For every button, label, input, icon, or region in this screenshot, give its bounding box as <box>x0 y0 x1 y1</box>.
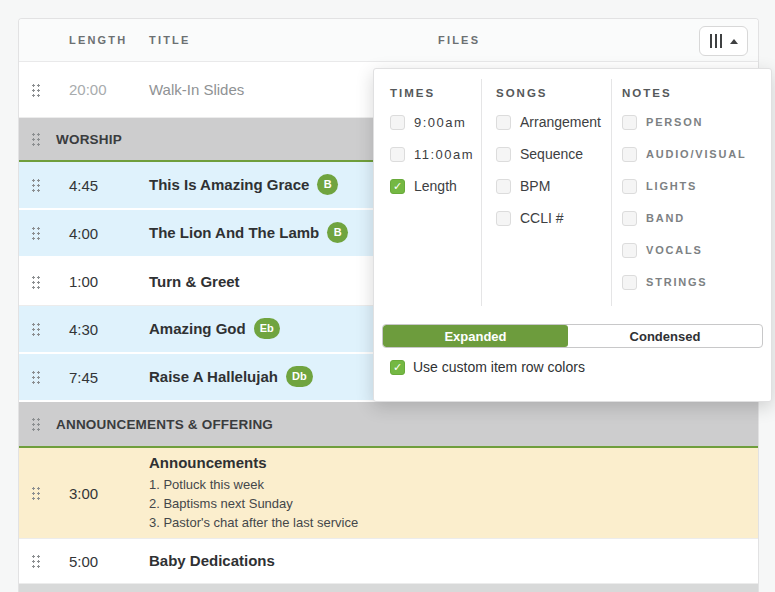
column-option[interactable]: 9:00am <box>390 106 474 138</box>
checkbox-unchecked-icon[interactable] <box>496 179 511 194</box>
drag-handle-icon[interactable] <box>31 554 41 568</box>
item-length: 1:00 <box>69 273 149 290</box>
column-option-label: PERSON <box>646 116 703 128</box>
panel-column-header: TIMES <box>390 87 474 99</box>
column-option[interactable]: STRINGS <box>622 266 746 298</box>
checkbox-unchecked-icon[interactable] <box>496 115 511 130</box>
column-option[interactable]: CCLI # <box>496 202 601 234</box>
panel-divider <box>611 79 612 306</box>
checkbox-checked-icon[interactable]: ✓ <box>390 360 405 375</box>
checkbox-unchecked-icon[interactable] <box>622 211 637 226</box>
drag-handle-icon[interactable] <box>31 83 41 97</box>
drag-handle-icon[interactable] <box>31 275 41 289</box>
column-option[interactable]: BPM <box>496 170 601 202</box>
panel-column-times: TIMES9:00am11:00am✓Length <box>390 87 474 202</box>
drag-handle-icon[interactable] <box>31 322 41 336</box>
item-length: 3:00 <box>69 485 149 502</box>
song-key-badge: Eb <box>254 318 280 339</box>
drag-handle-icon[interactable] <box>31 370 41 384</box>
checkbox-checked-icon[interactable]: ✓ <box>390 179 405 194</box>
column-settings-button[interactable] <box>699 26 748 56</box>
checkbox-unchecked-icon[interactable] <box>622 179 637 194</box>
column-option-label: AUDIO/VISUAL <box>646 148 746 160</box>
panel-column-notes: NOTESPERSONAUDIO/VISUALLIGHTSBANDVOCALSS… <box>622 87 746 298</box>
section-title: WORSHIP <box>56 132 122 147</box>
item-title: This Is Amazing Grace <box>149 175 309 192</box>
checkbox-unchecked-icon[interactable] <box>622 115 637 130</box>
drag-handle-icon[interactable] <box>31 132 41 146</box>
item-title: The Lion And The Lamb <box>149 223 319 240</box>
panel-column-header: SONGS <box>496 87 601 99</box>
checkbox-unchecked-icon[interactable] <box>496 147 511 162</box>
service-plan-app: LENGTH TITLE FILES 20:00Walk-In SlidesWO… <box>0 0 775 592</box>
drag-handle-icon[interactable] <box>31 486 41 500</box>
checkbox-unchecked-icon[interactable] <box>390 147 405 162</box>
partial-next-section <box>19 584 758 592</box>
item-length: 4:45 <box>69 177 149 194</box>
column-option[interactable]: BAND <box>622 202 746 234</box>
column-option-label: BAND <box>646 212 685 224</box>
checkbox-unchecked-icon[interactable] <box>390 115 405 130</box>
item-title: Amazing God <box>149 319 246 336</box>
item-title-block: Announcements1. Potluck this week2. Bapt… <box>149 454 758 532</box>
column-option-label: 9:00am <box>414 115 466 130</box>
column-settings-panel: TIMES9:00am11:00am✓LengthSONGSArrangemen… <box>373 68 772 402</box>
column-option-label: STRINGS <box>646 276 708 288</box>
column-header-length: LENGTH <box>69 34 149 46</box>
item-title: Baby Dedications <box>149 552 275 569</box>
item-title: Walk-In Slides <box>149 81 244 98</box>
item-description-line: 2. Baptisms next Sunday <box>149 494 750 513</box>
item-title: Raise A Hallelujah <box>149 367 278 384</box>
view-mode-toggle: Expanded Condensed <box>382 324 763 348</box>
column-option-label: LIGHTS <box>646 180 697 192</box>
columns-icon <box>710 34 722 48</box>
checkbox-unchecked-icon[interactable] <box>496 211 511 226</box>
song-key-badge: B <box>327 222 348 243</box>
drag-handle-icon[interactable] <box>31 417 41 431</box>
column-option[interactable]: 11:00am <box>390 138 474 170</box>
column-option-label: Sequence <box>520 146 583 162</box>
column-option[interactable]: AUDIO/VISUAL <box>622 138 746 170</box>
column-option-label: 11:00am <box>414 147 474 162</box>
column-option-label: Arrangement <box>520 114 601 130</box>
section-header-row[interactable]: ANNOUNCEMENTS & OFFERING <box>19 402 758 448</box>
column-header-files: FILES <box>438 34 480 46</box>
item-title: Turn & Greet <box>149 273 240 290</box>
panel-divider <box>481 79 482 306</box>
item-description-line: 3. Pastor's chat after the last service <box>149 513 750 532</box>
caret-up-icon <box>730 39 738 44</box>
custom-row-colors-option[interactable]: ✓ Use custom item row colors <box>390 359 585 375</box>
item-length: 4:30 <box>69 321 149 338</box>
service-item-row[interactable]: 3:00Announcements1. Potluck this week2. … <box>19 448 758 539</box>
column-option-label: CCLI # <box>520 210 564 226</box>
column-option[interactable]: Arrangement <box>496 106 601 138</box>
item-length: 4:00 <box>69 225 149 242</box>
toggle-option-expanded[interactable]: Expanded <box>383 325 568 347</box>
item-length: 20:00 <box>69 81 149 98</box>
drag-handle-icon[interactable] <box>31 226 41 240</box>
drag-handle-icon[interactable] <box>31 178 41 192</box>
column-option[interactable]: VOCALS <box>622 234 746 266</box>
item-title-block: Baby Dedications <box>149 552 758 570</box>
column-option[interactable]: PERSON <box>622 106 746 138</box>
column-option-label: VOCALS <box>646 244 703 256</box>
section-title: ANNOUNCEMENTS & OFFERING <box>56 417 273 432</box>
column-option[interactable]: Sequence <box>496 138 601 170</box>
checkbox-unchecked-icon[interactable] <box>622 243 637 258</box>
item-description: 1. Potluck this week2. Baptisms next Sun… <box>149 475 750 532</box>
item-length: 7:45 <box>69 369 149 386</box>
checkbox-unchecked-icon[interactable] <box>622 147 637 162</box>
column-header-title: TITLE <box>149 34 191 46</box>
column-option[interactable]: LIGHTS <box>622 170 746 202</box>
item-description-line: 1. Potluck this week <box>149 475 750 494</box>
checkbox-unchecked-icon[interactable] <box>622 275 637 290</box>
toggle-option-condensed[interactable]: Condensed <box>568 325 762 347</box>
column-option-label: Length <box>414 178 457 194</box>
service-item-row[interactable]: 5:00Baby Dedications <box>19 539 758 584</box>
table-header-row: LENGTH TITLE FILES <box>19 19 758 62</box>
column-option-label: BPM <box>520 178 550 194</box>
custom-row-colors-label: Use custom item row colors <box>413 359 585 375</box>
song-key-badge: B <box>317 174 338 195</box>
column-option[interactable]: ✓Length <box>390 170 474 202</box>
item-title: Announcements <box>149 454 267 471</box>
